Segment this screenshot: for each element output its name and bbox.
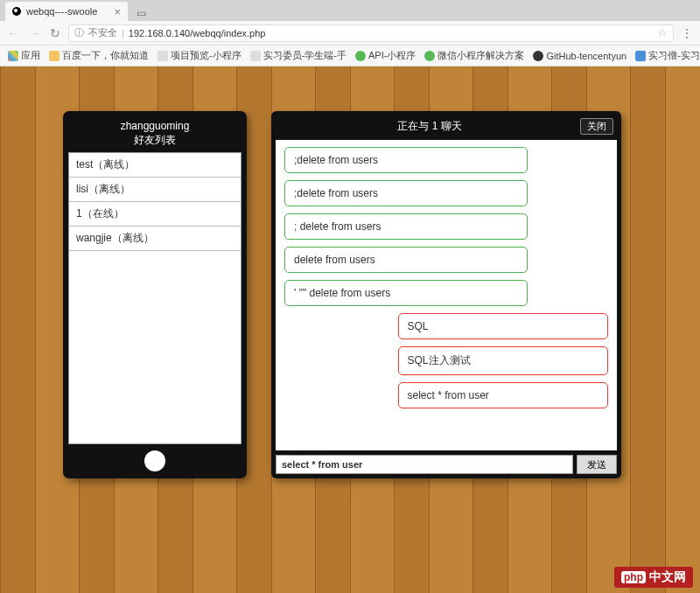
page-icon (533, 51, 543, 61)
page-viewport: zhangguoming 好友列表 test（离线） lisi（离线） 1（在线… (0, 66, 700, 593)
bookmark-item[interactable]: 百度一下，你就知道 (46, 49, 151, 62)
bookmark-star-icon[interactable]: ☆ (657, 26, 668, 39)
phone-username: zhangguoming (68, 120, 242, 134)
bookmark-item[interactable]: API-小程序 (353, 49, 418, 62)
close-icon[interactable]: × (114, 5, 121, 18)
apps-label: 应用 (21, 49, 40, 62)
page-icon (635, 51, 646, 61)
friend-row[interactable]: wangjie（离线） (69, 227, 241, 251)
back-icon[interactable]: ← (5, 26, 21, 40)
message-outgoing: SQL (398, 313, 609, 339)
message-incoming: ; delete from users (284, 213, 528, 240)
friends-list: test（离线） lisi（离线） 1（在线） wangjie（离线） (68, 152, 242, 444)
bookmark-label: API-小程序 (368, 49, 416, 62)
bookmark-item[interactable]: 实习委员-学生端-手 (248, 49, 349, 62)
folder-icon (49, 51, 60, 61)
watermark: php 中文网 (614, 567, 693, 588)
friend-row[interactable]: lisi（离线） (69, 178, 241, 202)
chat-messages[interactable]: ;delete from users ;delete from users ; … (276, 140, 617, 450)
url-text: 192.168.0.140/webqq/index.php (129, 28, 266, 38)
friend-row[interactable]: test（离线） (69, 153, 241, 178)
chat-input-row: 发送 (276, 455, 617, 474)
watermark-logo: php (621, 571, 646, 583)
message-outgoing: select * from user (398, 382, 609, 408)
url-field[interactable]: ⓘ 不安全 | 192.168.0.140/webqq/index.php ☆ (68, 24, 674, 42)
tab-title: webqq----swoole (26, 6, 97, 17)
bookmark-label: 项目预览-小程序 (171, 49, 242, 62)
bookmark-label: 实习委员-学生端-手 (263, 49, 346, 62)
message-incoming: ' "" delete from users (284, 280, 528, 306)
bookmark-item[interactable]: 项目预览-小程序 (155, 49, 244, 62)
phone-header: zhangguoming 好友列表 (68, 116, 242, 152)
page-icon (355, 51, 366, 61)
insecure-label: 不安全 (88, 26, 117, 39)
forward-icon[interactable]: → (26, 26, 42, 40)
reload-icon[interactable]: ↻ (47, 26, 63, 40)
message-incoming: ;delete from users (284, 180, 528, 206)
bookmark-item[interactable]: GitHub-tencentyun (530, 51, 629, 61)
apps-button[interactable]: 应用 (5, 49, 43, 62)
send-button[interactable]: 发送 (577, 455, 617, 474)
home-button-icon[interactable] (144, 450, 165, 471)
tab-favicon-icon (12, 7, 21, 16)
bookmarks-bar: 应用 百度一下，你就知道 项目预览-小程序 实习委员-学生端-手 API-小程序… (0, 45, 700, 66)
address-bar: ← → ↻ ⓘ 不安全 | 192.168.0.140/webqq/index.… (0, 21, 700, 45)
bookmark-label: 微信小程序解决方案 (438, 49, 524, 62)
page-icon (424, 51, 435, 61)
page-icon (158, 51, 168, 61)
message-incoming: delete from users (284, 247, 528, 273)
browser-tab[interactable]: webqq----swoole × (5, 2, 128, 21)
chat-title: 正在与 1 聊天 (279, 119, 580, 134)
message-outgoing: SQL注入测试 (398, 346, 609, 375)
browser-tab-bar: webqq----swoole × ▭ (0, 0, 700, 21)
close-button[interactable]: 关闭 (580, 118, 613, 135)
message-incoming: ;delete from users (284, 147, 528, 173)
phone-subtitle: 好友列表 (68, 134, 242, 148)
apps-icon (8, 51, 18, 61)
message-input[interactable] (276, 455, 573, 474)
chat-header: 正在与 1 聊天 关闭 (276, 115, 617, 140)
phone-frame: zhangguoming 好友列表 test（离线） lisi（离线） 1（在线… (63, 111, 247, 478)
bookmark-label: 实习僧-实习生-最教 (648, 49, 700, 62)
menu-icon[interactable]: ⋮ (679, 26, 695, 40)
bookmark-label: GitHub-tencentyun (546, 51, 626, 61)
bookmark-item[interactable]: 实习僧-实习生-最教 (633, 49, 700, 62)
insecure-icon: ⓘ (74, 26, 84, 39)
new-tab-button[interactable]: ▭ (133, 7, 149, 21)
chat-window: 正在与 1 聊天 关闭 ;delete from users ;delete f… (271, 111, 621, 478)
watermark-text: 中文网 (649, 569, 686, 585)
page-icon (250, 51, 261, 61)
bookmark-label: 百度一下，你就知道 (62, 49, 149, 62)
friend-row[interactable]: 1（在线） (69, 202, 241, 227)
bookmark-item[interactable]: 微信小程序解决方案 (422, 49, 527, 62)
